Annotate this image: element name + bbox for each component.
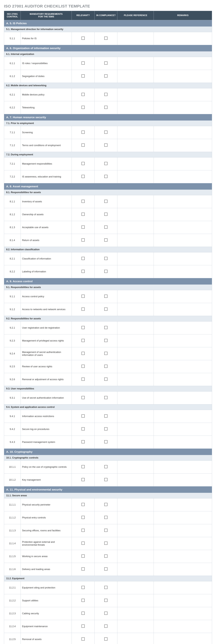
checkbox-icon[interactable] xyxy=(104,257,107,260)
reference-cell[interactable] xyxy=(117,594,154,607)
compliance-cell[interactable] xyxy=(94,423,117,436)
checkbox-icon[interactable] xyxy=(82,144,85,147)
checkbox-icon[interactable] xyxy=(104,352,107,355)
relevant-cell[interactable] xyxy=(72,139,94,152)
remarks-cell[interactable] xyxy=(154,360,212,373)
relevant-cell[interactable] xyxy=(72,460,94,474)
checkbox-icon[interactable] xyxy=(104,144,107,147)
remarks-cell[interactable] xyxy=(154,101,212,114)
relevant-cell[interactable] xyxy=(72,252,94,265)
checkbox-icon[interactable] xyxy=(104,74,107,78)
checkbox-icon[interactable] xyxy=(82,200,85,203)
compliance-cell[interactable] xyxy=(94,221,117,234)
remarks-cell[interactable] xyxy=(154,303,212,316)
remarks-cell[interactable] xyxy=(154,392,212,404)
reference-cell[interactable] xyxy=(117,70,154,83)
relevant-cell[interactable] xyxy=(72,524,94,537)
reference-cell[interactable] xyxy=(117,139,154,152)
checkbox-icon[interactable] xyxy=(82,554,85,558)
compliance-cell[interactable] xyxy=(94,157,117,170)
compliance-cell[interactable] xyxy=(94,334,117,347)
remarks-cell[interactable] xyxy=(154,498,212,511)
compliance-cell[interactable] xyxy=(94,290,117,303)
compliance-cell[interactable] xyxy=(94,460,117,474)
reference-cell[interactable] xyxy=(117,474,154,486)
reference-cell[interactable] xyxy=(117,32,154,45)
compliance-cell[interactable] xyxy=(94,32,117,45)
remarks-cell[interactable] xyxy=(154,524,212,537)
relevant-cell[interactable] xyxy=(72,511,94,524)
checkbox-icon[interactable] xyxy=(82,440,85,444)
reference-cell[interactable] xyxy=(117,373,154,386)
checkbox-icon[interactable] xyxy=(82,478,85,481)
checkbox-icon[interactable] xyxy=(82,529,85,532)
reference-cell[interactable] xyxy=(117,524,154,537)
remarks-cell[interactable] xyxy=(154,321,212,334)
checkbox-icon[interactable] xyxy=(82,326,85,329)
checkbox-icon[interactable] xyxy=(82,106,85,109)
checkbox-icon[interactable] xyxy=(82,568,85,570)
remarks-cell[interactable] xyxy=(154,460,212,474)
checkbox-icon[interactable] xyxy=(104,294,107,298)
compliance-cell[interactable] xyxy=(94,524,117,537)
reference-cell[interactable] xyxy=(117,221,154,234)
reference-cell[interactable] xyxy=(117,563,154,576)
compliance-cell[interactable] xyxy=(94,234,117,247)
checkbox-icon[interactable] xyxy=(82,130,85,134)
reference-cell[interactable] xyxy=(117,460,154,474)
remarks-cell[interactable] xyxy=(154,550,212,563)
remarks-cell[interactable] xyxy=(154,581,212,594)
checkbox-icon[interactable] xyxy=(82,624,85,628)
checkbox-icon[interactable] xyxy=(82,175,85,178)
compliance-cell[interactable] xyxy=(94,126,117,139)
compliance-cell[interactable] xyxy=(94,474,117,486)
compliance-cell[interactable] xyxy=(94,498,117,511)
remarks-cell[interactable] xyxy=(154,234,212,247)
reference-cell[interactable] xyxy=(117,360,154,373)
relevant-cell[interactable] xyxy=(72,373,94,386)
checkbox-icon[interactable] xyxy=(82,93,85,96)
checkbox-icon[interactable] xyxy=(104,612,107,615)
reference-cell[interactable] xyxy=(117,321,154,334)
relevant-cell[interactable] xyxy=(72,170,94,183)
compliance-cell[interactable] xyxy=(94,511,117,524)
compliance-cell[interactable] xyxy=(94,563,117,576)
compliance-cell[interactable] xyxy=(94,392,117,404)
remarks-cell[interactable] xyxy=(154,32,212,45)
compliance-cell[interactable] xyxy=(94,550,117,563)
remarks-cell[interactable] xyxy=(154,423,212,436)
remarks-cell[interactable] xyxy=(154,633,212,644)
remarks-cell[interactable] xyxy=(154,57,212,70)
reference-cell[interactable] xyxy=(117,157,154,170)
relevant-cell[interactable] xyxy=(72,620,94,633)
reference-cell[interactable] xyxy=(117,252,154,265)
checkbox-icon[interactable] xyxy=(82,365,85,368)
checkbox-icon[interactable] xyxy=(82,465,85,468)
checkbox-icon[interactable] xyxy=(104,516,107,519)
compliance-cell[interactable] xyxy=(94,410,117,423)
checkbox-icon[interactable] xyxy=(104,396,107,399)
relevant-cell[interactable] xyxy=(72,265,94,278)
remarks-cell[interactable] xyxy=(154,70,212,83)
compliance-cell[interactable] xyxy=(94,633,117,644)
relevant-cell[interactable] xyxy=(72,70,94,83)
checkbox-icon[interactable] xyxy=(104,36,107,40)
checkbox-icon[interactable] xyxy=(104,624,107,628)
reference-cell[interactable] xyxy=(117,607,154,620)
checkbox-icon[interactable] xyxy=(82,638,85,640)
compliance-cell[interactable] xyxy=(94,57,117,70)
remarks-cell[interactable] xyxy=(154,139,212,152)
reference-cell[interactable] xyxy=(117,620,154,633)
checkbox-icon[interactable] xyxy=(82,612,85,615)
checkbox-icon[interactable] xyxy=(104,465,107,468)
checkbox-icon[interactable] xyxy=(104,503,107,506)
reference-cell[interactable] xyxy=(117,511,154,524)
remarks-cell[interactable] xyxy=(154,410,212,423)
checkbox-icon[interactable] xyxy=(82,257,85,260)
reference-cell[interactable] xyxy=(117,208,154,221)
relevant-cell[interactable] xyxy=(72,392,94,404)
checkbox-icon[interactable] xyxy=(104,440,107,444)
reference-cell[interactable] xyxy=(117,234,154,247)
remarks-cell[interactable] xyxy=(154,334,212,347)
relevant-cell[interactable] xyxy=(72,607,94,620)
